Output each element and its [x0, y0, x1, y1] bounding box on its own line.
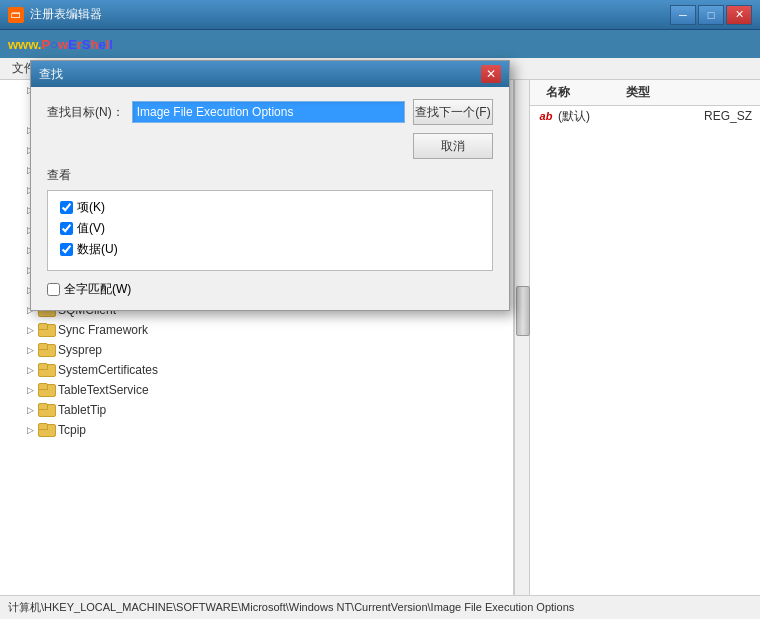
find-next-button[interactable]: 查找下一个(F) [413, 99, 493, 125]
tree-item-tablet-tip[interactable]: ▷ TabletTip [0, 400, 513, 420]
title-bar-controls: ─ □ ✕ [670, 5, 752, 25]
folder-icon [38, 403, 54, 417]
full-match-row: 全字匹配(W) [47, 281, 493, 298]
watermark-bar: www.P○wErShell [0, 30, 760, 58]
col-type-header: 类型 [618, 82, 658, 103]
tree-scrollbar[interactable] [514, 80, 530, 595]
full-match-label: 全字匹配(W) [64, 281, 131, 298]
expand-icon: ▷ [24, 424, 36, 436]
checkbox-full-match[interactable] [47, 283, 60, 296]
title-bar: 🗃 注册表编辑器 ─ □ ✕ [0, 0, 760, 30]
tree-item-label: TabletTip [58, 403, 106, 417]
watermark-text: www.P○wErShell [8, 37, 113, 52]
dialog-body: 查找目标(N)： 查找下一个(F) 取消 查看 项(K) [31, 87, 509, 310]
status-bar: 计算机\HKEY_LOCAL_MACHINE\SOFTWARE\Microsof… [0, 595, 760, 619]
right-panel-header: 名称 类型 [530, 80, 760, 106]
app-icon: 🗃 [8, 7, 24, 23]
dialog-title-bar: 查找 ✕ [31, 61, 509, 87]
tree-item-tcpip[interactable]: ▷ Tcpip [0, 420, 513, 440]
look-in-label: 查看 [47, 167, 493, 184]
registry-row-default[interactable]: ab (默认) REG_SZ [530, 106, 760, 126]
checkbox-values[interactable] [60, 222, 73, 235]
maximize-button[interactable]: □ [698, 5, 724, 25]
reg-value-icon: ab [538, 109, 554, 123]
tree-item-table-text-service[interactable]: ▷ TableTextService [0, 380, 513, 400]
dialog-title-text: 查找 [39, 66, 481, 83]
minimize-button[interactable]: ─ [670, 5, 696, 25]
checkbox-data[interactable] [60, 243, 73, 256]
cancel-button[interactable]: 取消 [413, 133, 493, 159]
tree-item-label: TableTextService [58, 383, 149, 397]
find-label: 查找目标(N)： [47, 104, 124, 121]
checkbox-data-row: 数据(U) [60, 241, 480, 258]
scrollbar-thumb[interactable] [516, 286, 530, 336]
find-target-row: 查找目标(N)： 查找下一个(F) [47, 99, 493, 125]
tree-item-sync-framework[interactable]: ▷ Sync Framework [0, 320, 513, 340]
expand-icon: ▷ [24, 384, 36, 396]
checkbox-items[interactable] [60, 201, 73, 214]
reg-value-name: (默认) [558, 108, 684, 125]
folder-icon [38, 383, 54, 397]
folder-icon [38, 423, 54, 437]
expand-icon: ▷ [24, 364, 36, 376]
checkbox-values-label: 值(V) [77, 220, 105, 237]
expand-icon: ▷ [24, 344, 36, 356]
right-panel: 名称 类型 ab (默认) REG_SZ [530, 80, 760, 595]
tree-item-label: SystemCertificates [58, 363, 158, 377]
find-input[interactable] [132, 101, 405, 123]
tree-item-system-certificates[interactable]: ▷ SystemCertificates [0, 360, 513, 380]
folder-icon [38, 343, 54, 357]
tree-item-label: Sysprep [58, 343, 102, 357]
reg-value-type: REG_SZ [704, 109, 752, 123]
checkbox-values-row: 值(V) [60, 220, 480, 237]
col-name-header: 名称 [538, 82, 578, 103]
folder-icon [38, 363, 54, 377]
checkbox-items-row: 项(K) [60, 199, 480, 216]
find-dialog: 查找 ✕ 查找目标(N)： 查找下一个(F) 取消 查看 [30, 60, 510, 311]
expand-icon: ▷ [24, 404, 36, 416]
status-bar-text: 计算机\HKEY_LOCAL_MACHINE\SOFTWARE\Microsof… [8, 600, 574, 615]
tree-item-label: Sync Framework [58, 323, 148, 337]
dialog-close-button[interactable]: ✕ [481, 65, 501, 83]
tree-item-label: Tcpip [58, 423, 86, 437]
checkbox-items-label: 项(K) [77, 199, 105, 216]
close-button[interactable]: ✕ [726, 5, 752, 25]
checkboxes-panel: 项(K) 值(V) 数据(U) [47, 190, 493, 271]
title-bar-text: 注册表编辑器 [30, 6, 670, 23]
tree-item-sysprep[interactable]: ▷ Sysprep [0, 340, 513, 360]
folder-icon [38, 323, 54, 337]
checkbox-data-label: 数据(U) [77, 241, 118, 258]
expand-icon: ▷ [24, 324, 36, 336]
